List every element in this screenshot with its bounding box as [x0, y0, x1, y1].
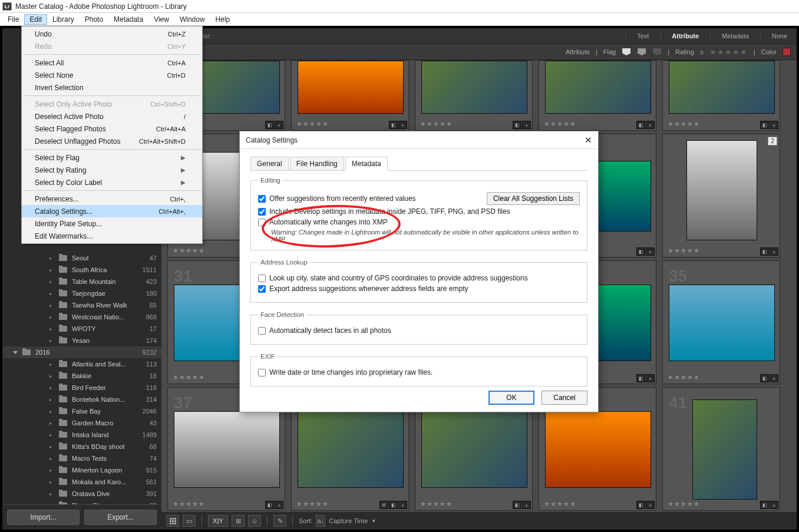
- thumb-stars[interactable]: ★★★★★: [173, 500, 205, 508]
- grid-view-icon[interactable]: [166, 515, 179, 527]
- badge-icon[interactable]: ±: [398, 501, 407, 509]
- folder-row[interactable]: ▸Oratava Dive391: [2, 488, 161, 500]
- badge-icon[interactable]: ±: [646, 374, 655, 382]
- badge-icon[interactable]: ±: [522, 121, 531, 129]
- export-button[interactable]: Export...: [84, 510, 157, 525]
- menu-identity-plate[interactable]: Identity Plate Setup...: [22, 217, 202, 230]
- loupe-view-icon[interactable]: ▭: [183, 515, 196, 527]
- badge-icon[interactable]: ◧: [513, 121, 521, 129]
- menu-file[interactable]: File: [2, 14, 24, 25]
- folder-row[interactable]: ▸Westcoast Natio...868: [2, 311, 161, 323]
- color-swatch-red[interactable]: [783, 48, 791, 56]
- filter-none[interactable]: None: [768, 32, 791, 39]
- menu-preferences[interactable]: Preferences...Ctrl+,: [22, 193, 202, 205]
- thumb-stars[interactable]: ★★★★★: [668, 247, 700, 255]
- badge-icon[interactable]: ±: [770, 501, 778, 509]
- badge-icon[interactable]: ◧: [636, 247, 645, 256]
- lookup-gps-checkbox[interactable]: [258, 275, 266, 282]
- filter-attribute[interactable]: Attribute: [668, 32, 702, 39]
- rating-stars[interactable]: ★★★★★: [709, 48, 748, 57]
- folder-row[interactable]: ▸Bakkie18: [2, 370, 161, 382]
- thumb-stars[interactable]: ★★★★★: [296, 500, 329, 508]
- sort-value[interactable]: Capture Time: [329, 517, 368, 524]
- tab-metadata[interactable]: Metadata: [345, 157, 388, 171]
- thumb-stars[interactable]: ★★★★★: [668, 120, 700, 128]
- menu-edit[interactable]: Edit: [24, 14, 47, 25]
- survey-view-icon[interactable]: ⊞: [232, 515, 245, 527]
- detect-faces-checkbox[interactable]: [258, 327, 266, 335]
- badge-icon[interactable]: ◧: [513, 501, 521, 509]
- badge-icon[interactable]: ±: [770, 121, 778, 129]
- people-view-icon[interactable]: ☺: [248, 515, 261, 527]
- painter-icon[interactable]: ✎: [273, 515, 286, 527]
- menu-deselect-unflagged[interactable]: Deselect Unflagged PhotosCtrl+Alt+Shift+…: [22, 135, 202, 147]
- menu-deselect-active[interactable]: Deselect Active Photo/: [22, 110, 202, 123]
- folder-row[interactable]: ▸Yesan174: [2, 335, 161, 346]
- badge-icon[interactable]: ±: [275, 121, 283, 129]
- menu-undo[interactable]: UndoCtrl+Z: [22, 28, 202, 40]
- menu-metadata[interactable]: Metadata: [108, 14, 148, 25]
- folder-row[interactable]: ▸Intaka Island1489: [2, 429, 161, 441]
- badge-icon[interactable]: ⊞: [379, 501, 388, 509]
- folder-row[interactable]: ▸WPOTY17: [2, 323, 161, 335]
- folder-row[interactable]: ▸Kitta's BDay shoot68: [2, 441, 161, 452]
- folder-row[interactable]: ▸Macro Tests74: [2, 452, 161, 464]
- flag-unflagged-icon[interactable]: [638, 48, 646, 55]
- badge-icon[interactable]: ◧: [760, 247, 769, 256]
- sort-dropdown-icon[interactable]: ▼: [371, 518, 376, 524]
- folder-year[interactable]: 20169232: [2, 346, 161, 358]
- folder-row[interactable]: ▸Table Mountain423: [2, 276, 161, 288]
- compare-xy-icon[interactable]: X|Y: [208, 515, 228, 527]
- close-icon[interactable]: ✕: [585, 135, 592, 146]
- badge-icon[interactable]: ◧: [760, 374, 769, 382]
- thumb-stars[interactable]: ★★★★★: [668, 374, 700, 381]
- badge-icon[interactable]: ±: [646, 501, 655, 509]
- offer-suggestions-checkbox[interactable]: [258, 195, 266, 203]
- filter-metadata[interactable]: Metadata: [718, 32, 752, 39]
- badge-icon[interactable]: ◧: [265, 501, 274, 509]
- badge-icon[interactable]: ±: [770, 374, 778, 382]
- thumb-stars[interactable]: ★★★★★: [296, 120, 329, 128]
- badge-icon[interactable]: ◧: [760, 501, 769, 509]
- badge-icon[interactable]: ◧: [265, 121, 274, 129]
- sort-direction-icon[interactable]: a↓: [316, 515, 325, 527]
- badge-icon[interactable]: ±: [398, 121, 407, 129]
- import-button[interactable]: Import...: [7, 510, 80, 525]
- folder-row[interactable]: ▸Taejongdae180: [2, 288, 161, 299]
- menu-library[interactable]: Library: [47, 14, 80, 25]
- auto-write-xmp-checkbox[interactable]: [258, 219, 266, 226]
- menu-help[interactable]: Help: [210, 14, 236, 25]
- menu-edit-watermarks[interactable]: Edit Watermarks...: [22, 230, 202, 242]
- menu-photo[interactable]: Photo: [80, 14, 108, 25]
- folder-row[interactable]: ▸Atlantis and Seal...113: [2, 358, 161, 370]
- tab-general[interactable]: General: [250, 157, 289, 171]
- ok-button[interactable]: OK: [488, 391, 534, 405]
- badge-icon[interactable]: ±: [522, 501, 531, 509]
- folder-row[interactable]: ▸False Bay2046: [2, 405, 161, 417]
- folder-row[interactable]: ▸Mokala and Karo...561: [2, 476, 161, 488]
- thumb-stars[interactable]: ★★★★★: [544, 500, 576, 508]
- menu-catalog-settings[interactable]: Catalog Settings...Ctrl+Alt+,: [22, 205, 202, 217]
- folder-row[interactable]: ▸Seoul47: [2, 252, 161, 264]
- badge-icon[interactable]: ◧: [389, 121, 398, 129]
- include-develop-checkbox[interactable]: [258, 208, 266, 216]
- badge-icon[interactable]: ◧: [636, 121, 645, 129]
- thumb-stars[interactable]: ★★★★★: [173, 374, 205, 381]
- flag-rejected-icon[interactable]: [653, 48, 661, 55]
- menu-window[interactable]: Window: [174, 14, 210, 25]
- folder-row[interactable]: ▸South Africa1511: [2, 264, 161, 276]
- tab-file-handling[interactable]: File Handling: [290, 157, 344, 171]
- badge-icon[interactable]: ±: [646, 121, 655, 129]
- stack-count[interactable]: 2: [768, 137, 777, 146]
- menu-select-by-flag[interactable]: Select by Flag▶: [22, 151, 202, 164]
- badge-icon[interactable]: ◧: [636, 374, 645, 382]
- badge-icon[interactable]: ◧: [636, 501, 645, 509]
- thumb-stars[interactable]: ★★★★★: [420, 500, 453, 508]
- menu-select-flagged[interactable]: Select Flagged PhotosCtrl+Alt+A: [22, 123, 202, 135]
- thumb-stars[interactable]: ★★★★★: [544, 120, 576, 128]
- menu-select-none[interactable]: Select NoneCtrl+D: [22, 69, 202, 81]
- thumb-stars[interactable]: ★★★★★: [668, 500, 700, 508]
- write-date-checkbox[interactable]: [258, 369, 266, 376]
- flag-picked-icon[interactable]: [622, 48, 630, 55]
- menu-redo[interactable]: RedoCtrl+Y: [22, 40, 202, 52]
